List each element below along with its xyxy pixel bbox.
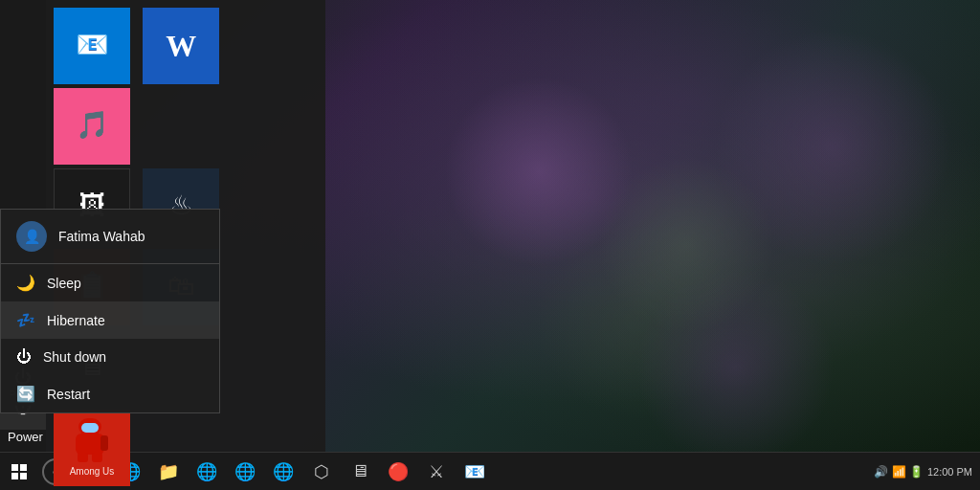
tile-empty-2 <box>143 88 219 165</box>
tile-outlook[interactable]: 📧 <box>54 8 130 84</box>
tile-itunes[interactable]: 🎵 <box>54 88 130 165</box>
among-us-icon <box>74 418 110 462</box>
tile-empty-4 <box>233 168 309 245</box>
tile-empty-1 <box>233 8 309 84</box>
power-menu: 👤 Fatima Wahab 🌙 Sleep 💤 Hibernate ⏻ Shu… <box>0 209 220 413</box>
tray-icons: 🔊 📶 🔋 <box>874 465 924 479</box>
hibernate-option[interactable]: 💤 Hibernate <box>1 301 219 339</box>
svg-rect-5 <box>92 453 102 462</box>
shutdown-icon: ⏻ <box>16 348 32 366</box>
restart-label: Restart <box>47 387 90 402</box>
tile-among-us[interactable]: Among Us <box>54 410 130 486</box>
restart-option[interactable]: 🔄 Restart <box>1 375 219 412</box>
start-button[interactable] <box>0 453 38 491</box>
system-tray: 🔊 📶 🔋 12:00 PM <box>866 465 980 479</box>
taskbar-icon-9[interactable]: ⚔ <box>417 453 456 491</box>
shutdown-option[interactable]: ⏻ Shut down <box>1 339 219 375</box>
power-text-label: Power <box>8 430 43 444</box>
user-name: Fatima Wahab <box>58 229 145 244</box>
taskbar-icon-10[interactable]: 📧 <box>456 453 494 491</box>
svg-rect-1 <box>81 423 99 433</box>
restart-icon: 🔄 <box>16 385 35 403</box>
svg-rect-3 <box>100 435 108 451</box>
windows-icon <box>11 464 27 479</box>
tile-empty-7 <box>233 329 309 406</box>
hibernate-icon: 💤 <box>16 311 35 329</box>
tile-empty-5 <box>233 249 309 325</box>
taskbar-icon-8[interactable]: 🔴 <box>379 453 417 491</box>
sleep-option[interactable]: 🌙 Sleep <box>1 264 219 301</box>
user-avatar: 👤 <box>16 221 47 252</box>
power-label[interactable]: Power <box>0 430 46 452</box>
among-us-label: Among Us <box>70 466 115 478</box>
shutdown-label: Shut down <box>43 349 106 365</box>
taskbar-icon-7[interactable]: 🖥 <box>341 453 379 491</box>
sleep-label: Sleep <box>47 276 81 291</box>
tile-empty-3 <box>233 88 309 165</box>
svg-rect-4 <box>78 453 88 462</box>
user-section[interactable]: 👤 Fatima Wahab <box>1 210 219 264</box>
svg-rect-2 <box>76 434 104 455</box>
hibernate-label: Hibernate <box>47 313 105 328</box>
sleep-icon: 🌙 <box>16 274 35 292</box>
tile-word[interactable]: W <box>143 8 219 84</box>
clock[interactable]: 12:00 PM <box>927 466 972 478</box>
